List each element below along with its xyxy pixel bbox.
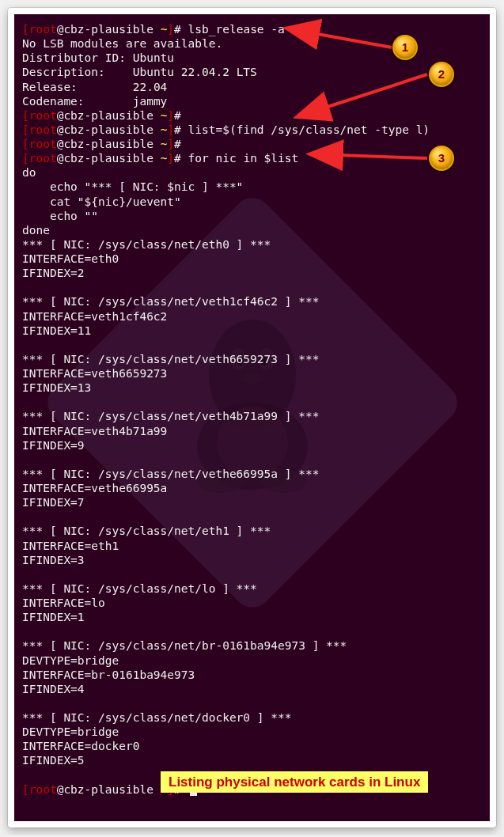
lsb-codename-value: jammy	[133, 95, 168, 108]
badge-3: 3	[429, 146, 454, 171]
loop-do: do	[22, 166, 36, 179]
prompt-user: root	[29, 23, 57, 36]
lsb-distributor-value: Ubuntu	[133, 51, 174, 64]
command-2: list=$(find /sys/class/net -type l)	[188, 123, 430, 136]
prompt-host: cbz-plausible	[63, 23, 153, 36]
badge-2: 2	[429, 62, 454, 87]
terminal-window: [root@cbz-plausible ~]# lsb_release -a N…	[8, 8, 496, 828]
loop-done: done	[22, 224, 50, 237]
badge-1: 1	[392, 35, 418, 60]
lsb-distributor-label: Distributor ID:	[22, 51, 126, 64]
command-3: for nic in $list	[188, 152, 299, 165]
caption-box: Listing physical network cards in Linux	[161, 771, 428, 793]
lsb-release-label: Release:	[22, 81, 78, 93]
command-1: lsb_release -a	[188, 23, 285, 36]
lsb-codename-label: Codename:	[22, 95, 85, 108]
lsb-description-value: Ubuntu 22.04.2 LTS	[133, 66, 257, 78]
prompt-suffix: #	[174, 23, 181, 36]
lsb-release-value: 22.04	[133, 81, 168, 93]
caption-text: Listing physical network cards in Linux	[169, 775, 420, 790]
lsb-description-label: Description:	[22, 66, 105, 78]
terminal-content: [root@cbz-plausible ~]# lsb_release -a N…	[22, 22, 482, 797]
lsb-no-modules: No LSB modules are available.	[22, 37, 222, 50]
terminal-body[interactable]: [root@cbz-plausible ~]# lsb_release -a N…	[14, 14, 490, 821]
loop-echo-header: echo "*** [ NIC: $nic ] ***"	[22, 180, 243, 193]
loop-echo-blank: echo ""	[22, 210, 98, 222]
loop-cat: cat "${nic}/uevent"	[22, 195, 181, 208]
nic-output-block: *** [ NIC: /sys/class/net/eth0 ] *** INT…	[22, 238, 347, 767]
